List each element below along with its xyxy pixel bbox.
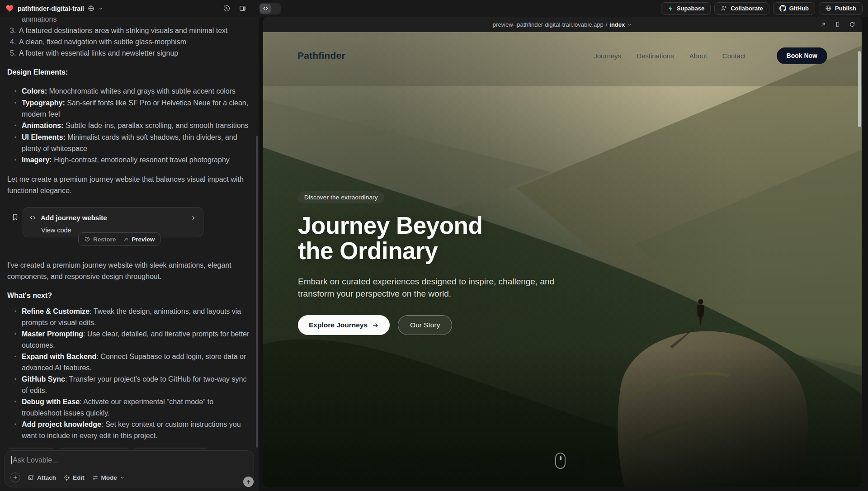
url-separator: /: [606, 21, 608, 28]
design-elements-heading: Design Elements:: [7, 66, 251, 78]
preview-url-bar[interactable]: preview--pathfinder-digital-trail.lovabl…: [493, 21, 632, 28]
nav-link-about[interactable]: About: [689, 52, 707, 60]
sliders-icon: [92, 474, 99, 481]
bullet-dot: [7, 306, 22, 328]
explore-journeys-button[interactable]: Explore Journeys: [298, 315, 390, 335]
bullet-item: GitHub Sync: Transfer your project's cod…: [7, 373, 251, 396]
restore-button[interactable]: Restore: [84, 234, 116, 245]
publish-button[interactable]: Publish: [819, 2, 863, 15]
nav-link-journeys[interactable]: Journeys: [594, 52, 621, 60]
plus-icon: [13, 475, 18, 480]
mode-selector[interactable]: Mode: [92, 474, 125, 481]
publish-button-label: Publish: [835, 5, 856, 12]
composer-toolbar: Attach Edit Mode: [10, 472, 248, 482]
explore-supabase-button[interactable]: Explore Supabase: [58, 448, 130, 449]
chat-input[interactable]: Ask Lovable...: [11, 456, 247, 464]
site-scrollbar[interactable]: [858, 51, 861, 127]
clipped-list-line: animations: [7, 17, 251, 25]
github-icon: [779, 5, 786, 12]
bullet-dot: [7, 154, 22, 166]
bullet-item: Animations: Subtle fade-ins, parallax sc…: [7, 120, 251, 132]
bullet-item: Typography: San-serif fonts like SF Pro …: [7, 97, 251, 120]
open-in-new-tab-button[interactable]: [819, 20, 827, 28]
our-story-button[interactable]: Our Story: [398, 315, 452, 335]
bullet-dot: [7, 85, 22, 97]
explore-journeys-label: Explore Journeys: [309, 321, 368, 329]
chevron-down-icon: [627, 22, 632, 27]
mode-label: Mode: [101, 474, 117, 481]
bullet-item: Expand with Backend: Connect Supabase to…: [7, 351, 251, 373]
bullet-dot: [7, 132, 22, 154]
bullet-item: Colors: Monochromatic whites and grays w…: [7, 85, 251, 97]
code-view-toggle[interactable]: [259, 3, 281, 14]
project-name: pathfinder-digital-trail: [18, 5, 84, 12]
chat-composer[interactable]: Ask Lovable... Attach E: [5, 450, 254, 487]
image-icon: [28, 474, 34, 481]
attach-label: Attach: [37, 474, 56, 481]
topbar-actions: Supabase Collaborate GitHub: [661, 2, 863, 15]
globe-icon: [88, 5, 94, 12]
bullet-item: Master Prompting: Use clear, detailed, a…: [7, 328, 251, 351]
phone-icon: [835, 21, 841, 28]
chat-transcript[interactable]: animations 3. A featured destinations ar…: [0, 17, 256, 449]
bullet-dot: [7, 351, 22, 373]
project-menu[interactable]: pathfinder-digital-trail: [5, 4, 104, 13]
manage-knowledge-button[interactable]: Manage knowledge: [133, 448, 208, 449]
github-button[interactable]: GitHub: [773, 2, 815, 15]
hero-section: Discover the extraordinary Journey Beyon…: [298, 191, 587, 335]
restore-icon: [84, 236, 90, 242]
preview-page-name: index: [609, 21, 625, 28]
add-button[interactable]: [10, 472, 20, 482]
chat-scrollbar[interactable]: [256, 136, 258, 448]
list-item: 4. A clean, fixed navigation with subtle…: [7, 36, 251, 47]
arrow-up-icon: [245, 479, 251, 485]
bullet-dot: [7, 373, 22, 396]
chevron-down-icon: [120, 475, 125, 480]
collaborate-button-label: Collaborate: [731, 5, 763, 12]
send-button[interactable]: [243, 477, 254, 487]
preview-button[interactable]: Preview: [123, 234, 155, 245]
hero-subtitle: Embark on curated experiences designed t…: [298, 275, 569, 300]
version-toolbar: Restore Preview: [78, 232, 160, 246]
heart-logo-icon: [5, 4, 14, 13]
chat-sidebar: animations 3. A featured destinations ar…: [0, 17, 259, 491]
toggle-panel-button[interactable]: [237, 3, 248, 14]
hero-title: Journey Beyond the Ordinary: [298, 213, 587, 264]
topbar: pathfinder-digital-trail: [0, 0, 868, 17]
visit-docs-button[interactable]: Visit docs: [7, 448, 55, 449]
arrow-up-right-icon: [820, 21, 826, 28]
edit-card-title: Add journey website: [41, 212, 107, 223]
list-item: 5. A footer with essential links and new…: [7, 47, 251, 59]
mouse-scroll-icon: [555, 453, 566, 469]
bookmark-icon[interactable]: [11, 213, 19, 222]
supabase-button[interactable]: Supabase: [661, 2, 711, 15]
refresh-button[interactable]: [848, 20, 856, 28]
globe-icon: [825, 5, 832, 12]
preview-pane: preview--pathfinder-digital-trail.lovabl…: [263, 17, 862, 487]
collaborate-button[interactable]: Collaborate: [714, 2, 769, 15]
attach-button[interactable]: Attach: [28, 474, 56, 481]
history-button[interactable]: [221, 3, 232, 14]
preview-url: preview--pathfinder-digital-trail.lovabl…: [493, 21, 604, 28]
target-icon: [63, 474, 70, 481]
nav-link-contact[interactable]: Contact: [722, 52, 746, 60]
bullet-item: Debug with Ease: Activate our experiment…: [7, 396, 251, 419]
edit-mode-button[interactable]: Edit: [63, 474, 85, 481]
site-navbar: Pathfinder Journeys Destinations About C…: [263, 43, 862, 68]
bullet-dot: [7, 120, 22, 132]
arrow-right-icon: [372, 322, 379, 329]
chevron-right-icon: [190, 215, 197, 221]
book-now-button[interactable]: Book Now: [777, 47, 827, 64]
panel-icon: [239, 5, 246, 12]
bullet-dot: [7, 328, 22, 351]
site-logo[interactable]: Pathfinder: [297, 50, 345, 61]
chevron-down-icon: [98, 6, 104, 11]
list-item: 3. A featured destinations area with str…: [7, 25, 251, 36]
nav-link-destinations[interactable]: Destinations: [637, 52, 674, 60]
whats-next-heading: What's next?: [7, 290, 251, 301]
supabase-bolt-icon: [667, 5, 674, 12]
bullet-item: Imagery: High-contrast, emotionally reso…: [7, 154, 251, 166]
mobile-view-button[interactable]: [834, 20, 842, 28]
github-button-label: GitHub: [789, 5, 809, 12]
lovable-app-window: pathfinder-digital-trail: [0, 0, 868, 491]
